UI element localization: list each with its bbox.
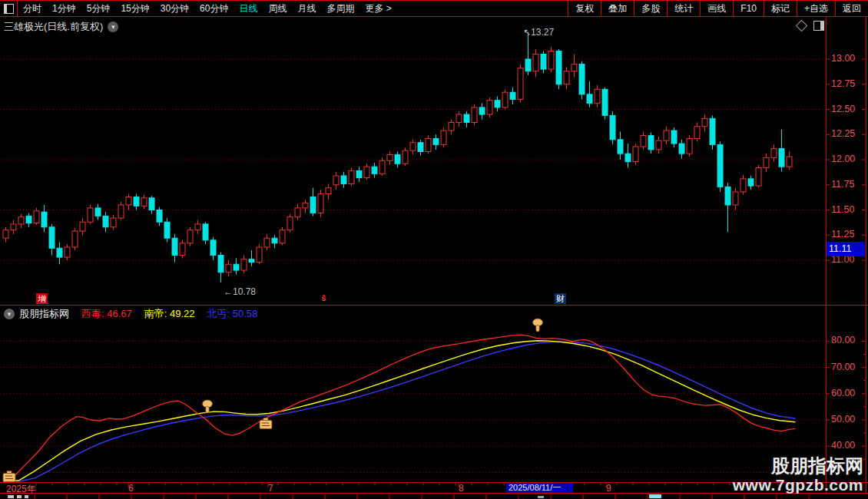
chart-canvas: [0, 0, 868, 499]
indicator-value-1: 西毒: 46.67: [81, 308, 132, 319]
price-label-11.50: 11.50: [831, 204, 854, 215]
timeframe-item-9[interactable]: 月线: [292, 1, 321, 16]
toolbar-button-2[interactable]: 叠加: [601, 1, 634, 16]
hand-down-icon: [203, 400, 213, 413]
price-label-11.75: 11.75: [831, 179, 854, 190]
price-label-13.00: 13.00: [831, 53, 855, 64]
layout-icon: [4, 4, 14, 14]
stock-app-window: 分时1分钟5分钟15分钟30分钟60分钟日线周线月线多周期更多 > 复权叠加多股…: [0, 0, 868, 499]
signal-badge-1: 增: [36, 293, 48, 304]
indicator-source-label: 股朋指标网: [19, 307, 69, 321]
time-label-4: 8: [459, 483, 464, 494]
collapse-chevron-icon[interactable]: ▾: [4, 309, 15, 319]
time-label-5: 9: [606, 483, 611, 494]
watermark-url: www.7gpzb.com: [733, 476, 863, 494]
indicator-axis-label-80.00: 80.00: [831, 335, 855, 345]
hand-down-icon: [533, 319, 543, 332]
toolbar-button-1[interactable]: 复权: [568, 1, 601, 16]
price-label-12.00: 12.00: [831, 154, 855, 164]
diamond-icon[interactable]: [796, 20, 808, 32]
time-label-2: 6: [128, 483, 134, 494]
timeframe-item-6[interactable]: 60分钟: [194, 1, 234, 16]
toolbar-button-3[interactable]: 多股: [634, 1, 667, 16]
watermark: 股朋指标网 www.7gpzb.com: [733, 456, 863, 494]
timeframe-items: 分时1分钟5分钟15分钟30分钟60分钟日线周线月线多周期更多 >: [18, 1, 397, 16]
timeframe-toolbar: 分时1分钟5分钟15分钟30分钟60分钟日线周线月线多周期更多 > 复权叠加多股…: [0, 0, 868, 17]
price-label-12.25: 12.25: [831, 128, 855, 139]
indicator-value-3: 北丐: 50.58: [207, 308, 258, 319]
indicator-header: ▾ 股朋指标网 西毒: 46.67南帝: 49.22北丐: 50.58: [4, 306, 257, 321]
toolbar-button-7[interactable]: 标记: [764, 1, 797, 16]
timeframe-item-7[interactable]: 日线: [234, 1, 263, 16]
low-annotation: ←10.78: [224, 286, 256, 297]
price-label-11.25: 11.25: [831, 229, 854, 240]
price-label-12.75: 12.75: [831, 78, 855, 89]
high-annotation: ↖13.27: [523, 27, 554, 38]
timeframe-item-5[interactable]: 30分钟: [155, 1, 194, 16]
toolbar-button-6[interactable]: F10: [733, 1, 764, 16]
layout-toggle-button[interactable]: [0, 1, 18, 16]
signal-badge-2: ŝ: [318, 292, 330, 303]
timeframe-item-2[interactable]: 1分钟: [47, 1, 81, 16]
timeframe-item-8[interactable]: 周线: [263, 1, 292, 16]
time-label-3: 7: [268, 483, 273, 494]
panel-icon[interactable]: [813, 21, 824, 31]
toolbar-button-4[interactable]: 统计: [667, 1, 700, 16]
timeframe-item-11[interactable]: 更多 >: [359, 1, 396, 16]
indicator-axis-label-50.00: 50.00: [831, 414, 855, 425]
indicator-axis-label-40.00: 40.00: [831, 440, 855, 451]
indicator-values: 西毒: 46.67南帝: 49.22北丐: 50.58: [69, 306, 257, 321]
time-label-1: 2025年: [6, 483, 36, 496]
toolbar-button-9[interactable]: 返回: [835, 1, 868, 16]
indicator-value-2: 南帝: 49.22: [144, 308, 195, 319]
last-price-marker: 11.11: [827, 242, 865, 256]
chart-title-row: 三雄极光(日线.前复权) ▾: [4, 20, 118, 34]
page-title: 三雄极光(日线.前复权): [4, 20, 103, 34]
watermark-site-name: 股朋指标网: [733, 456, 863, 476]
toolbar-button-5[interactable]: 画线: [700, 1, 733, 16]
chevron-down-icon[interactable]: ▾: [108, 21, 118, 32]
indicator-axis-label-60.00: 60.00: [831, 388, 855, 398]
selected-date-highlight: 2025/08/11/一: [506, 483, 573, 493]
signal-badge-3: 财: [555, 293, 566, 304]
toolbar-buttons: 复权叠加多股统计画线F10标记+自选返回: [568, 1, 868, 16]
timeframe-item-1[interactable]: 分时: [18, 1, 47, 16]
timeframe-item-3[interactable]: 5分钟: [81, 1, 116, 16]
timeframe-item-4[interactable]: 15分钟: [115, 1, 154, 16]
price-label-12.50: 12.50: [831, 104, 855, 114]
toolbar-button-8[interactable]: +自选: [797, 1, 835, 16]
chart-corner-icons: [797, 21, 824, 31]
timeframe-item-10[interactable]: 多周期: [321, 1, 359, 16]
indicator-axis-label-70.00: 70.00: [831, 362, 855, 372]
